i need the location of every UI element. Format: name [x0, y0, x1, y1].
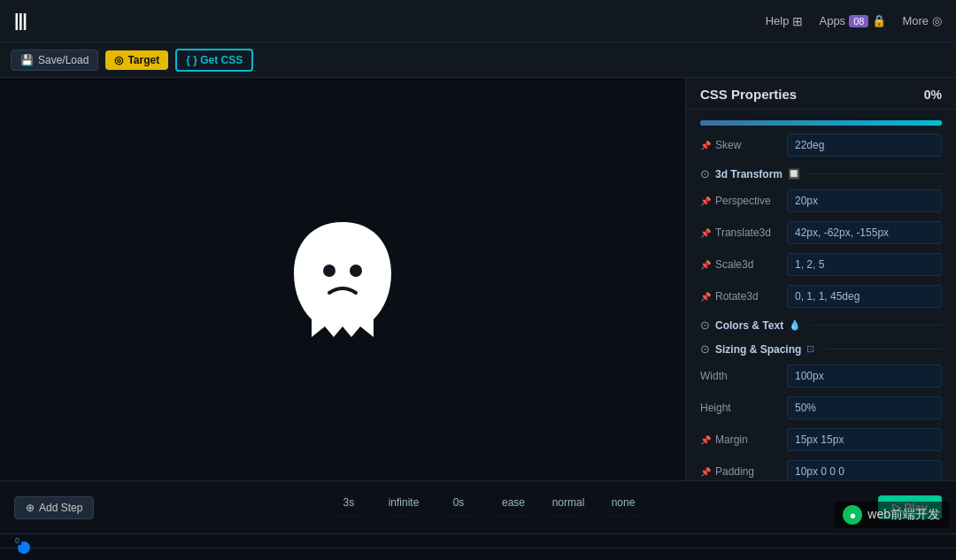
apps-button[interactable]: Apps 08 🔒 — [819, 14, 886, 27]
skew-label: 📌 Skew — [700, 139, 780, 151]
delay-value: 0s — [453, 496, 465, 509]
timeline-easing: ease ......... — [497, 496, 530, 518]
panel-body: 📌 Skew ⊙ 3d Transform 🔲 📌 Perspective — [686, 110, 956, 480]
scrubber-area[interactable]: 0 — [0, 533, 956, 560]
watermark-text: web前端开发 — [867, 507, 940, 523]
watermark-icon: ● — [843, 505, 862, 525]
sizing-spacing-label: Sizing & Spacing — [715, 343, 801, 356]
prop-row-perspective: 📌 Perspective — [686, 185, 956, 217]
prop-row-margin: 📌 Margin — [686, 424, 956, 456]
prop-row-height: Height — [686, 392, 956, 424]
add-step-label: Add Step — [39, 502, 82, 514]
width-label: Width — [700, 370, 780, 382]
get-css-label: { } Get CSS — [186, 54, 243, 66]
save-load-label: Save/Load — [38, 54, 89, 66]
prop-row-rotate3d: 📌 Rotate3d — [686, 280, 956, 312]
pin-icon-3: 📌 — [700, 228, 711, 238]
timeline-delay: 0s ......... — [442, 496, 475, 518]
margin-input[interactable] — [787, 428, 942, 451]
panel-header: CSS Properties 0% — [686, 78, 956, 110]
timeline-iteration: infinite ......... — [387, 496, 420, 518]
sizing-extra-icon: ⊡ — [806, 343, 814, 355]
scale3d-label: 📌 Scale3d — [700, 258, 780, 271]
width-input[interactable] — [787, 364, 942, 387]
scrubber-label: 0 — [13, 536, 21, 545]
get-css-button[interactable]: { } Get CSS — [175, 49, 253, 72]
prop-row-padding: 📌 Padding — [686, 456, 956, 480]
perspective-input[interactable] — [787, 189, 942, 212]
iteration-value: infinite — [389, 496, 420, 509]
save-load-button[interactable]: 💾 Save/Load — [11, 50, 98, 71]
duration-value: 3s — [343, 496, 355, 509]
toolbar: 💾 Save/Load ◎ Target { } Get CSS — [0, 42, 956, 78]
fill-dots: ......... — [606, 510, 640, 518]
iteration-dots: ......... — [387, 510, 420, 518]
save-icon: 💾 — [20, 54, 34, 66]
nav-left: ||| — [14, 11, 27, 31]
svg-point-0 — [323, 265, 335, 277]
pin-icon: 📌 — [700, 141, 711, 150]
prop-row-translate3d: 📌 Translate3d — [686, 217, 956, 249]
pin-icon-6: 📌 — [700, 435, 711, 445]
pin-icon-5: 📌 — [700, 292, 711, 302]
height-input[interactable] — [787, 396, 942, 419]
top-nav: ||| Help ⊞ Apps 08 🔒 More ◎ — [0, 0, 956, 42]
gradient-bar — [700, 120, 942, 126]
translate3d-label: 📌 Translate3d — [700, 226, 780, 239]
skew-input[interactable] — [787, 134, 942, 157]
section-3d-extra: 🔲 — [788, 168, 800, 180]
padding-input[interactable] — [787, 460, 942, 480]
height-label: Height — [700, 402, 780, 414]
nav-right: Help ⊞ Apps 08 🔒 More ◎ — [766, 14, 942, 28]
apps-label: Apps — [819, 14, 845, 27]
section-3d-transform[interactable]: ⊙ 3d Transform 🔲 — [686, 161, 956, 185]
prop-row-scale3d: 📌 Scale3d — [686, 249, 956, 280]
help-icon: ⊞ — [792, 14, 803, 28]
timeline-fill: none ......... — [606, 496, 640, 518]
timeline-params: 3s ......... infinite ......... 0s .....… — [94, 496, 877, 518]
timeline-duration: 3s ......... — [332, 496, 366, 518]
fill-value: none — [612, 496, 636, 509]
svg-point-1 — [350, 265, 362, 277]
scrubber-track — [0, 548, 956, 548]
target-label: Target — [127, 54, 159, 66]
rotate3d-label: 📌 Rotate3d — [700, 290, 780, 303]
direction-dots: ......... — [551, 510, 585, 518]
pin-icon-7: 📌 — [700, 467, 711, 477]
scale3d-input[interactable] — [787, 253, 942, 276]
add-step-icon: ⊕ — [26, 502, 35, 514]
perspective-label: 📌 Perspective — [700, 195, 780, 207]
ghost-icon — [285, 213, 400, 346]
prop-row-width: Width — [686, 360, 956, 392]
direction-value: normal — [552, 496, 585, 509]
colors-collapse-icon: ⊙ — [700, 318, 710, 332]
apps-icon: 🔒 — [872, 14, 886, 27]
add-step-button[interactable]: ⊕ Add Step — [14, 496, 94, 519]
delay-dots: ......... — [442, 510, 475, 518]
panel-title: CSS Properties — [700, 87, 797, 102]
watermark: ● web前端开发 — [834, 502, 949, 528]
easing-dots: ......... — [497, 510, 530, 518]
section-colors-text[interactable]: ⊙ Colors & Text 💧 — [686, 312, 956, 336]
colors-text-label: Colors & Text — [715, 319, 783, 332]
section-3d-label: 3d Transform — [715, 168, 783, 180]
right-panel: CSS Properties 0% 📌 Skew ⊙ 3d Transform … — [686, 78, 956, 480]
section-sizing-spacing[interactable]: ⊙ Sizing & Spacing ⊡ — [686, 336, 956, 360]
timeline-direction: normal ......... — [551, 496, 585, 518]
rotate3d-input[interactable] — [787, 285, 942, 308]
pin-icon-4: 📌 — [700, 260, 711, 270]
target-icon: ◎ — [114, 54, 123, 66]
more-button[interactable]: More ◎ — [902, 14, 942, 27]
more-icon: ◎ — [932, 14, 942, 27]
duration-dots: ......... — [332, 510, 366, 518]
pin-icon-2: 📌 — [700, 196, 711, 206]
panel-percent: 0% — [924, 88, 942, 102]
help-button[interactable]: Help ⊞ — [766, 14, 804, 28]
more-label: More — [902, 14, 929, 27]
canvas-area[interactable] — [0, 78, 686, 480]
app-logo: ||| — [14, 11, 27, 31]
colors-extra-icon: 💧 — [789, 319, 801, 331]
translate3d-input[interactable] — [787, 221, 942, 244]
target-button[interactable]: ◎ Target — [105, 50, 168, 70]
prop-row-skew: 📌 Skew — [686, 129, 956, 161]
